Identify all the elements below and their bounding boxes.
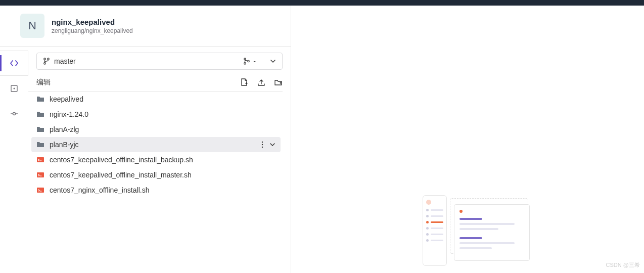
file-item-folder[interactable]: keepalived <box>28 92 283 107</box>
folder-icon <box>36 110 44 118</box>
watermark: CSDN @三希 <box>606 261 640 269</box>
file-item-script[interactable]: centos7_keepalived_offline_install_backu… <box>28 152 283 167</box>
svg-point-6 <box>48 58 50 60</box>
folder-icon <box>36 125 44 133</box>
nav-item-2[interactable] <box>0 76 28 101</box>
branch-icon <box>43 58 50 65</box>
svg-rect-15 <box>37 172 44 177</box>
svg-point-7 <box>44 63 46 65</box>
chevron-down-icon <box>270 58 276 64</box>
square-dot-icon <box>10 84 18 93</box>
svg-point-8 <box>244 58 246 60</box>
svg-point-11 <box>262 142 263 143</box>
file-item-folder[interactable]: planA-zlg <box>28 122 283 137</box>
file-item-folder[interactable]: nginx-1.24.0 <box>28 107 283 122</box>
project-path: zengliguang/nginx_keepalived <box>52 27 133 34</box>
terminal-icon <box>36 186 44 194</box>
more-icon[interactable] <box>259 141 265 148</box>
svg-point-1 <box>14 88 15 89</box>
project-avatar[interactable]: N <box>20 14 44 38</box>
code-icon <box>10 59 18 67</box>
merge-count: - <box>253 57 256 65</box>
project-header: N nginx_keepalived zengliguang/nginx_kee… <box>0 6 291 47</box>
file-list: keepalived nginx-1.24.0 planA-zlg planB-… <box>28 92 283 198</box>
top-nav-bar <box>0 0 644 6</box>
file-name: nginx-1.24.0 <box>50 110 88 118</box>
commit-icon <box>10 110 18 118</box>
content-panel <box>291 6 644 273</box>
svg-point-9 <box>244 63 246 65</box>
file-name: centos7_keepalived_offline_install_backu… <box>50 156 193 164</box>
file-name: planA-zlg <box>50 125 79 133</box>
file-item-folder[interactable]: planB-yjc <box>31 137 281 152</box>
edit-label: 编辑 <box>36 78 51 87</box>
file-item-script[interactable]: centos7_nginx_offline_install.sh <box>28 183 283 198</box>
nav-commits[interactable] <box>0 101 28 126</box>
file-name: centos7_keepalived_offline_install_maste… <box>50 171 192 179</box>
svg-point-2 <box>13 113 16 115</box>
svg-point-5 <box>44 58 46 60</box>
svg-point-12 <box>262 144 263 145</box>
file-name: centos7_nginx_offline_install.sh <box>50 186 149 194</box>
nav-code[interactable] <box>0 51 28 76</box>
terminal-icon <box>36 171 44 179</box>
file-item-script[interactable]: centos7_keepalived_offline_install_maste… <box>28 167 283 183</box>
upload-icon[interactable] <box>257 78 265 86</box>
terminal-icon <box>36 156 44 164</box>
folder-icon <box>36 95 44 103</box>
file-name: planB-yjc <box>50 141 79 149</box>
empty-state-illustration <box>423 195 534 266</box>
svg-point-13 <box>262 147 263 148</box>
merge-icon <box>243 58 250 65</box>
new-file-icon[interactable] <box>240 78 248 86</box>
project-name[interactable]: nginx_keepalived <box>52 18 133 26</box>
file-name: keepalived <box>50 95 83 103</box>
branch-name: master <box>54 57 76 65</box>
edit-row: 编辑 <box>28 74 283 92</box>
folder-icon <box>36 141 44 149</box>
svg-rect-16 <box>37 188 44 193</box>
chevron-down-icon[interactable] <box>269 142 275 148</box>
branch-selector[interactable]: master - <box>36 53 283 70</box>
svg-rect-14 <box>37 157 44 162</box>
side-nav <box>0 47 28 273</box>
new-folder-icon[interactable] <box>274 78 283 86</box>
